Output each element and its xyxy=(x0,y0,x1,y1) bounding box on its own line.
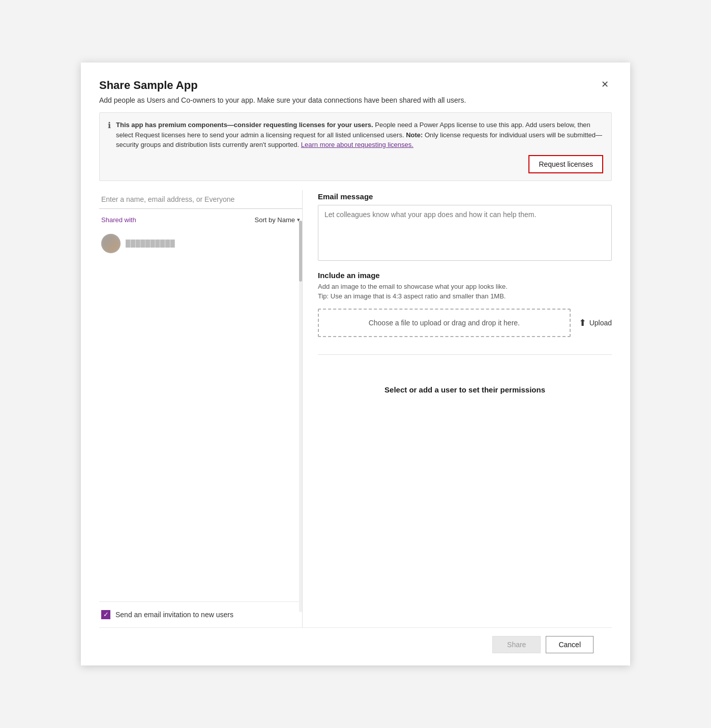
user-list: ██████████ xyxy=(99,228,302,601)
shared-with-label: Shared with xyxy=(101,216,136,224)
scrollbar-thumb[interactable] xyxy=(299,221,302,282)
people-search-input[interactable] xyxy=(99,190,302,209)
dialog-header: Share Sample App ✕ xyxy=(99,79,612,92)
share-button[interactable]: Share xyxy=(492,636,541,653)
main-content: Shared with Sort by Name ▾ ██████████ xyxy=(99,190,612,627)
user-name: ██████████ xyxy=(126,239,175,247)
scrollbar-track xyxy=(299,221,302,612)
dialog-title: Share Sample App xyxy=(99,79,198,92)
upload-row: Choose a file to upload or drag and drop… xyxy=(318,309,612,337)
dialog-footer: Share Cancel xyxy=(99,627,612,665)
info-banner: ℹ This app has premium components—consid… xyxy=(99,112,612,181)
permissions-placeholder: Select or add a user to set their permis… xyxy=(318,385,612,394)
right-panel: Email message Include an image Add an im… xyxy=(303,190,612,627)
image-desc-line1: Add an image to the email to showcase wh… xyxy=(318,283,508,290)
dialog-subtitle: Add people as Users and Co-owners to you… xyxy=(99,96,612,104)
email-invite-label: Send an email invitation to new users xyxy=(115,611,233,619)
avatar-image xyxy=(101,234,121,253)
upload-label: Upload xyxy=(589,319,612,327)
info-icon: ℹ xyxy=(108,120,111,130)
banner-bold2: Note: xyxy=(406,131,423,139)
shared-with-header: Shared with Sort by Name ▾ xyxy=(99,214,302,228)
checkmark-icon: ✓ xyxy=(103,611,109,618)
sort-dropdown[interactable]: Sort by Name ▾ xyxy=(255,216,300,224)
email-invite-checkbox[interactable]: ✓ xyxy=(101,610,110,619)
image-desc-line2: Tip: Use an image that is 4:3 aspect rat… xyxy=(318,292,506,300)
avatar xyxy=(101,234,121,253)
divider xyxy=(318,354,612,355)
upload-button[interactable]: ⬆ Upload xyxy=(579,317,612,328)
list-item: ██████████ xyxy=(99,230,302,257)
close-button[interactable]: ✕ xyxy=(598,78,612,91)
email-message-textarea[interactable] xyxy=(318,205,612,261)
sort-label: Sort by Name xyxy=(255,216,295,224)
learn-more-link[interactable]: Learn more about requesting licenses. xyxy=(301,141,413,148)
cancel-button[interactable]: Cancel xyxy=(546,636,594,653)
banner-content: This app has premium components—consider… xyxy=(116,120,603,173)
file-drop-zone[interactable]: Choose a file to upload or drag and drop… xyxy=(318,309,571,337)
banner-actions: Request licenses xyxy=(116,155,603,173)
left-footer: ✓ Send an email invitation to new users xyxy=(99,601,302,627)
banner-bold1: This app has premium components—consider… xyxy=(116,121,373,129)
include-image-desc: Add an image to the email to showcase wh… xyxy=(318,282,612,301)
banner-text: This app has premium components—consider… xyxy=(116,120,603,150)
email-message-label: Email message xyxy=(318,192,612,201)
request-licenses-button[interactable]: Request licenses xyxy=(528,155,603,173)
upload-icon: ⬆ xyxy=(579,317,586,328)
share-dialog: Share Sample App ✕ Add people as Users a… xyxy=(81,63,630,665)
left-panel: Shared with Sort by Name ▾ ██████████ xyxy=(99,190,303,627)
include-image-label: Include an image xyxy=(318,271,612,280)
